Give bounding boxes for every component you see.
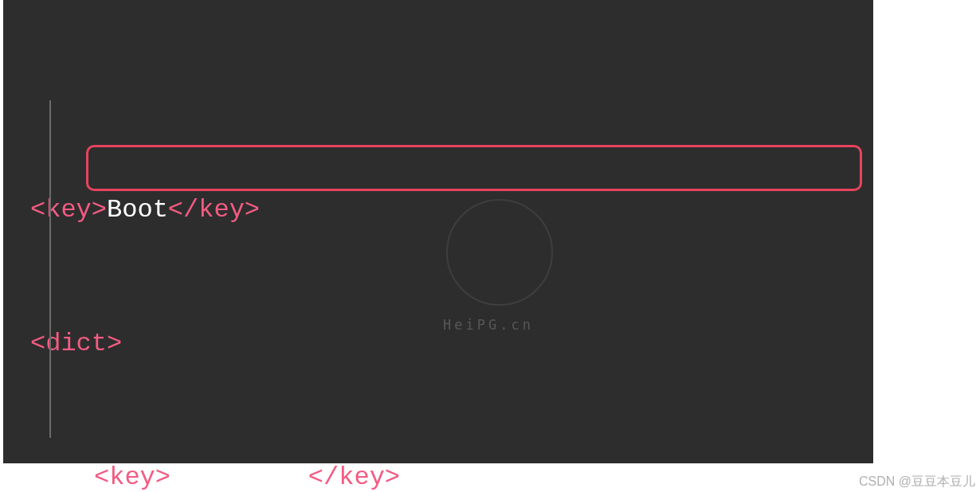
highlight-box xyxy=(86,145,862,191)
xml-text: Boot xyxy=(107,195,168,225)
csdn-watermark: CSDN @豆豆本豆儿 xyxy=(859,474,975,490)
xml-text: Arguments xyxy=(171,463,308,492)
xml-tag-open: <key> xyxy=(94,463,171,492)
code-line: <dict> xyxy=(3,322,873,366)
xml-tag-open: <dict> xyxy=(30,329,122,358)
xml-tag-open: <key> xyxy=(30,195,107,225)
code-block: <key>Boot</key> <dict> <key>Arguments</k… xyxy=(3,0,873,463)
xml-tag-close: </key> xyxy=(168,195,260,225)
xml-tag-close: </key> xyxy=(308,463,400,492)
code-line: <key>Arguments</key> xyxy=(3,455,873,492)
code-line: <key>Boot</key> xyxy=(3,188,873,232)
indent-guide xyxy=(49,100,51,438)
